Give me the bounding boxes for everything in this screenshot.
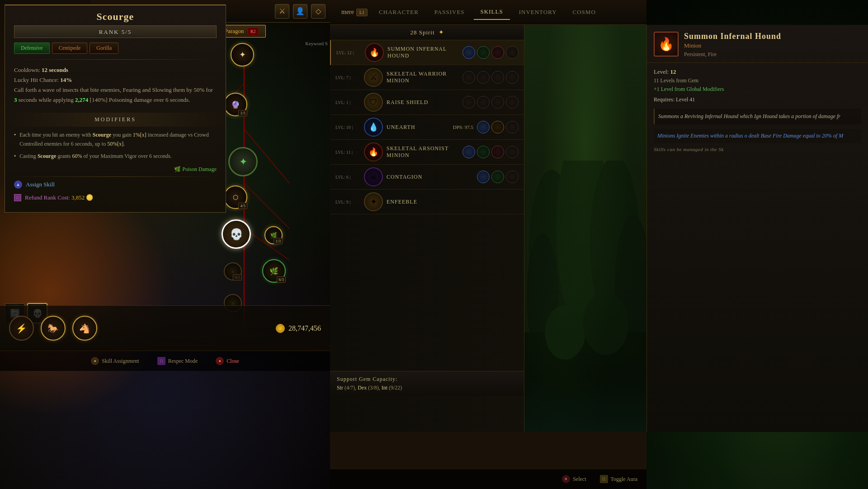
tree-node-top[interactable]: ✦ — [226, 38, 259, 71]
nav-icon-2[interactable]: 👤 — [293, 4, 307, 19]
refund-rank-button[interactable]: □ Refund Rank Cost: 3,852 🪙 — [5, 192, 226, 203]
skill-icon-infernal-hound: 🔥 — [365, 43, 384, 62]
gems-contagion — [477, 171, 519, 183]
tree-node-6-3[interactable]: 🌿 6/3 — [262, 259, 286, 283]
gem-slot-20 — [477, 171, 490, 183]
tooltip-info: Summon Infernal Hound Minion Persistent,… — [684, 32, 781, 58]
right-hud-toggle-aura[interactable]: □ Toggle Aura — [600, 475, 637, 483]
modifiers-header: MODIFIERS — [5, 113, 226, 127]
spirit-label: 28 Spirit — [410, 29, 434, 36]
gem-slot-19 — [506, 146, 519, 158]
gem-slot-6 — [477, 71, 490, 84]
skill-icon-enfeeble: ✦ — [364, 192, 383, 211]
hud-respec-mode[interactable]: □ Respec Mode — [157, 357, 198, 365]
nav-item-inventory[interactable]: Inventory — [512, 5, 564, 19]
keyword-label: Keyword S — [305, 41, 328, 46]
assign-icon: ▲ — [14, 180, 22, 189]
scourge-skill-panel: Scourge RANK 5/5 Defensive Centipede Gor… — [5, 5, 226, 213]
skill-slot-1[interactable]: ⚡ — [9, 316, 34, 341]
tab-gorilla[interactable]: Gorilla — [90, 43, 118, 54]
skills-list-panel: 28 Spirit ✦ LVL: 12 | 🔥 Summon Infernal … — [330, 25, 524, 432]
tree-node-1-5[interactable]: 🔮 1/5 — [224, 93, 247, 116]
gems-unearth — [477, 121, 519, 133]
gem-cap-title: Support Gem Capacity: — [337, 376, 517, 383]
skill-icon-unearth: 💧 — [364, 118, 383, 137]
skill-row-raise-shield[interactable]: LVL: 1 | 🛡 Raise Shield — [330, 90, 524, 115]
tree-node-4-5[interactable]: ⬡ 4/5 — [224, 185, 247, 209]
skill-row-arsonist[interactable]: LVL: 11 | 🔥 Skeletal Arsonist Minion — [330, 140, 524, 165]
skill-level-2: LVL: 7 | — [335, 75, 360, 80]
tooltip-skill-icon: 🔥 — [654, 32, 679, 57]
tab-defensive[interactable]: Defensive — [14, 43, 50, 54]
skill-icon-contagion: ☠ — [364, 167, 383, 186]
nav-item-skills[interactable]: Skills — [474, 5, 510, 20]
gold-coin-icon — [276, 324, 285, 333]
tooltip-description: Summons a Reviving Infernal Hound which … — [654, 109, 861, 124]
skill-dps-unearth: DPS: 97.5 — [453, 124, 473, 130]
skill-level-3: LVL: 1 | — [335, 100, 360, 105]
gem-slot-10 — [477, 96, 490, 109]
skill-row-contagion[interactable]: LVL: 6 | ☠ Contagion — [330, 165, 524, 190]
tree-node-0-5[interactable]: ○ 0/5 — [224, 262, 242, 280]
skill-row-unearth[interactable]: LVL: 10 | 💧 Unearth DPS: 97.5 — [330, 115, 524, 140]
gem-slot-22 — [506, 171, 519, 183]
close-icon: ● — [216, 357, 224, 365]
gem-slot-14 — [491, 121, 504, 133]
nav-icon-3[interactable]: ◇ — [311, 4, 326, 19]
skill-name-skeletal-warrior: Skeletal Warrior Minion — [387, 71, 459, 84]
gem-cap-stats: Str (4/7), Dex (3/8), Int (9/22) — [337, 385, 517, 391]
scenery-background — [524, 25, 646, 432]
hud-skill-assignment[interactable]: ● Skill Assignment — [91, 357, 139, 365]
gold-display: 28,747,456 — [276, 324, 321, 333]
stat-description: Call forth a wave of insects that bite e… — [14, 85, 217, 105]
svg-point-11 — [545, 305, 585, 360]
gem-slot-18 — [491, 146, 504, 158]
skill-row-enfeeble[interactable]: LVL: 9 | ✦ Enfeeble — [330, 190, 524, 214]
tree-node-center-diamond[interactable]: ✦ — [222, 141, 264, 183]
skill-tooltip-panel: 🔥 Summon Infernal Hound Minion Persisten… — [646, 25, 868, 432]
skill-slot-3[interactable]: 🐴 — [72, 316, 97, 341]
bottom-hud: ● Skill Assignment □ Respec Mode ● Close — [0, 351, 330, 371]
tooltip-requires: Requires: Level 41 — [654, 96, 861, 103]
skill-row-infernal-hound[interactable]: LVL: 12 | 🔥 Summon Infernal Hound — [330, 40, 524, 65]
refund-label: Refund Rank Cost: 3,852 🪙 — [25, 194, 93, 201]
tree-node-scourge-selected[interactable]: 💀 — [216, 214, 257, 255]
gem-slot-12 — [506, 96, 519, 109]
hud-close[interactable]: ● Close — [216, 357, 239, 365]
water-reflection — [524, 378, 646, 432]
skill-name-contagion: Contagion — [387, 174, 473, 180]
nav-icon-1[interactable]: ⚔ — [275, 4, 289, 19]
assign-skill-button[interactable]: ▲ Assign Skill — [5, 177, 226, 192]
close-label: Close — [226, 358, 239, 365]
skill-name-infernal-hound: Summon Infernal Hound — [387, 46, 459, 59]
gem-slot-8 — [506, 71, 519, 84]
toggle-aura-label: Toggle Aura — [611, 476, 637, 483]
tooltip-body: Level: 12 11 Levels from Gem +1 Level fr… — [647, 63, 868, 157]
skill-name-enfeeble: Enfeeble — [387, 199, 519, 205]
skill-assignment-label: Skill Assignment — [102, 358, 139, 365]
gem-slot-16 — [462, 146, 475, 158]
tab-centipede[interactable]: Centipede — [52, 43, 88, 54]
tree-node-1-3[interactable]: 🌿 1/3 — [264, 226, 283, 244]
skill-row-skeletal-warrior[interactable]: LVL: 7 | ⚔ Skeletal Warrior Minion — [330, 65, 524, 90]
skill-level-5: LVL: 11 | — [335, 150, 360, 155]
tooltip-blue-text: Minions Ignite Enemies within a radius o… — [654, 129, 861, 143]
tooltip-tags: Persistent, Fire — [684, 51, 781, 58]
gem-slot-13 — [477, 121, 490, 133]
gem-slot-5 — [462, 71, 475, 84]
skill-assignment-icon: ● — [91, 357, 99, 365]
skill-slot-2[interactable]: 🐎 — [41, 316, 66, 341]
nav-item-passives[interactable]: Passives — [428, 5, 472, 19]
gold-amount: 28,747,456 — [288, 324, 321, 332]
nav-item-cosmo[interactable]: Cosmo — [566, 5, 603, 19]
spirit-icon: ✦ — [439, 28, 444, 36]
stat-lucky-hit: Lucky Hit Chance: 14% — [14, 75, 217, 85]
skill-name-unearth: Unearth — [387, 124, 449, 131]
gems-raise-shield — [462, 96, 519, 109]
nav-item-character[interactable]: Character — [372, 5, 425, 19]
skill-icon-skeletal-warrior: ⚔ — [364, 68, 383, 87]
right-hud-select[interactable]: ✕ Select — [562, 475, 586, 483]
character-nav: mere L1 Character Passives Skills Invent… — [330, 0, 646, 25]
gem-slot-1 — [462, 46, 475, 59]
gems-arsonist — [462, 146, 519, 158]
